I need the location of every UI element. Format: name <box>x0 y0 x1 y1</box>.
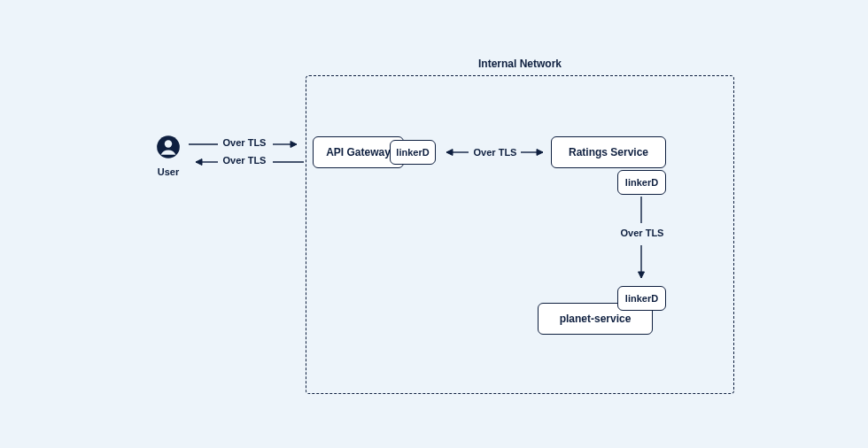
user-icon <box>156 135 181 159</box>
planet-sidecar-label: linkerD <box>625 293 658 304</box>
api-gateway-sidecar-label: linkerD <box>396 147 429 158</box>
arrow-user-to-gateway <box>189 140 304 149</box>
planet-service-label: planet-service <box>560 313 632 325</box>
api-gateway-sidecar: linkerD <box>390 140 436 165</box>
api-gateway-label: API Gateway <box>326 146 391 158</box>
ratings-sidecar-label: linkerD <box>625 177 658 188</box>
svg-point-1 <box>165 140 172 147</box>
user-node: User <box>151 135 186 177</box>
user-label: User <box>151 166 186 177</box>
internal-network-title: Internal Network <box>306 58 734 70</box>
ratings-service-sidecar: linkerD <box>617 170 666 195</box>
ratings-service-label: Ratings Service <box>569 146 648 158</box>
arrow-gateway-to-user <box>189 158 304 166</box>
ratings-service-node: Ratings Service <box>551 136 666 168</box>
arrow-ratings-to-planet <box>637 197 646 285</box>
planet-service-sidecar: linkerD <box>617 286 666 311</box>
internal-network-boundary <box>306 75 734 394</box>
arrow-gateway-ratings <box>439 148 550 157</box>
